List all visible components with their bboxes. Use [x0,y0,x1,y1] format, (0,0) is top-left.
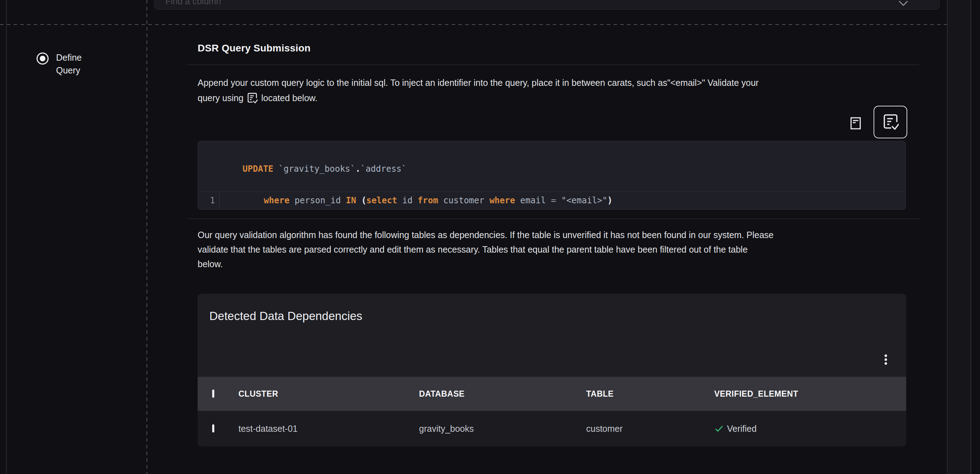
detected-dependencies-card: Detected Data Dependencies CLUSTER DATAB… [197,294,906,446]
step-label-define-query[interactable]: Define Query [56,51,82,76]
validation-note-line-3: below. [197,259,223,269]
right-outer-border [970,0,971,474]
column-header-cluster[interactable]: CLUSTER [239,389,419,399]
column-header-table[interactable]: TABLE [586,389,714,399]
document-lines-icon[interactable] [850,117,861,130]
cell-verified-element: Verified [714,424,906,434]
dsr-query-page: Define Query DSR Query Submission Append… [0,0,980,474]
find-column-input[interactable] [165,0,804,8]
document-check-icon [883,113,899,130]
column-header-verified-element[interactable]: VERIFIED_ELEMENT [714,389,906,399]
sql-editable-line[interactable]: 1 where person_id IN (select id from cus… [198,192,905,209]
horizontal-dashed-divider [0,24,947,25]
left-panel-border [6,0,7,474]
cell-database: gravity_books [419,424,586,434]
sql-code-editor[interactable]: UPDATE `gravity_books`.`address` SET `ad… [197,141,906,210]
cell-cluster: test-dataset-01 [239,424,419,434]
chevron-down-icon[interactable] [898,1,909,7]
find-column-field [154,0,940,10]
validate-query-button[interactable] [873,106,907,138]
cell-table: customer [586,424,714,434]
scrollbar-track[interactable] [948,0,970,474]
description-line-1: Append your custom query logic to the in… [197,78,759,88]
validation-note-line-1: Our query validation algorithm has found… [197,230,773,240]
line-number: 1 [198,192,220,209]
define-query-radio[interactable] [37,52,49,65]
select-all-checkbox[interactable] [212,390,214,398]
right-panel-border [947,0,948,474]
title-divider [187,65,919,65]
validate-doc-check-icon [247,92,258,104]
check-icon [714,424,724,434]
sidebar-dashed-divider [146,0,147,474]
validation-note-line-2: validate that the tables are parsed corr… [197,245,748,255]
page-title: DSR Query Submission [197,43,310,54]
dependencies-title: Detected Data Dependencies [209,309,362,323]
kebab-menu-icon[interactable] [878,352,893,367]
row-checkbox[interactable] [212,424,214,433]
table-row[interactable]: test-dataset-01 gravity_books customer V… [197,411,906,446]
sql-where-clause[interactable]: where person_id IN (select id from custo… [220,186,612,210]
dependencies-header-row: CLUSTER DATABASE TABLE VERIFIED_ELEMENT [197,377,906,411]
sql-readonly-section: UPDATE `gravity_books`.`address` SET `ad… [198,141,905,192]
description-line-2: query using located below. [197,92,318,104]
column-header-database[interactable]: DATABASE [419,389,586,399]
radio-selected-dot [40,56,45,61]
status-badge: Verified [727,424,756,434]
